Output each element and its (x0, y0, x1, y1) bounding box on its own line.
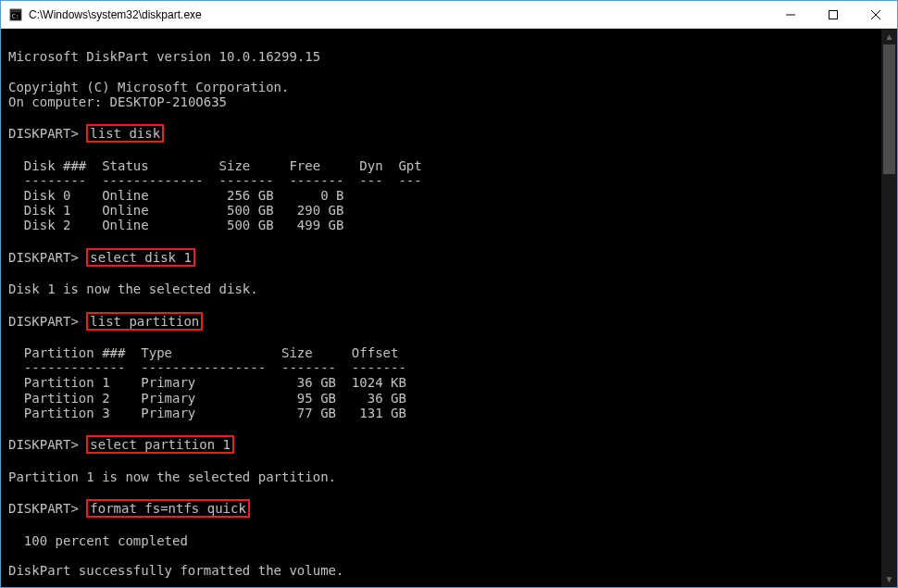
on-computer-label: On computer: (8, 94, 102, 109)
prompt-4: DISKPART> (8, 437, 79, 452)
titlebar: C: C:\Windows\system32\diskpart.exe (1, 1, 897, 29)
svg-text:C:: C: (12, 12, 19, 19)
version-line: Microsoft DiskPart version 10.0.16299.15 (8, 49, 320, 64)
cmd-select-partition: select partition 1 (86, 435, 234, 454)
scroll-down-icon[interactable]: ▼ (881, 571, 897, 587)
minimize-button[interactable] (769, 1, 812, 29)
close-button[interactable] (854, 1, 897, 29)
disk-row-0: Disk 0 Online 256 GB 0 B (8, 188, 343, 203)
console-area: Microsoft DiskPart version 10.0.16299.15… (1, 29, 897, 587)
computer-name: DESKTOP-210O635 (110, 94, 227, 109)
cmd-list-disk: list disk (86, 124, 164, 143)
msg-format-done: DiskPart successfully formatted the volu… (8, 563, 343, 578)
vertical-scrollbar[interactable]: ▲ ▼ (881, 29, 897, 587)
prompt-5: DISKPART> (8, 501, 79, 516)
prompt-2: DISKPART> (8, 250, 79, 265)
window-title: C:\Windows\system32\diskpart.exe (29, 8, 202, 21)
scroll-up-icon[interactable]: ▲ (881, 29, 897, 44)
prompt-1: DISKPART> (8, 126, 79, 141)
partition-table-header: Partition ### Type Size Offset (8, 345, 398, 360)
cmd-format: format fs=ntfs quick (86, 499, 250, 518)
disk-row-2: Disk 2 Online 500 GB 499 GB (8, 218, 343, 232)
msg-select-partition: Partition 1 is now the selected partitio… (8, 469, 336, 484)
app-icon: C: (8, 7, 23, 22)
msg-progress: 100 percent completed (8, 533, 188, 548)
svg-rect-4 (829, 10, 838, 19)
scrollbar-track[interactable] (881, 44, 897, 571)
cmd-list-partition: list partition (86, 312, 203, 331)
partition-row-2: Partition 3 Primary 77 GB 131 GB (8, 406, 406, 420)
copyright-line: Copyright (C) Microsoft Corporation. (8, 80, 289, 94)
prompt-3: DISKPART> (8, 314, 79, 329)
scrollbar-thumb[interactable] (883, 44, 895, 174)
disk-table-divider: -------- ------------- ------- ------- -… (8, 173, 422, 188)
disk-row-1: Disk 1 Online 500 GB 290 GB (8, 203, 343, 218)
partition-row-0: Partition 1 Primary 36 GB 1024 KB (8, 375, 406, 390)
partition-table-divider: ------------- ---------------- ------- -… (8, 360, 406, 375)
maximize-button[interactable] (812, 1, 854, 29)
console-output[interactable]: Microsoft DiskPart version 10.0.16299.15… (1, 29, 881, 587)
disk-table-header: Disk ### Status Size Free Dyn Gpt (8, 158, 422, 173)
cmd-select-disk: select disk 1 (86, 248, 195, 267)
msg-select-disk: Disk 1 is now the selected disk. (8, 281, 258, 296)
partition-row-1: Partition 2 Primary 95 GB 36 GB (8, 391, 406, 406)
